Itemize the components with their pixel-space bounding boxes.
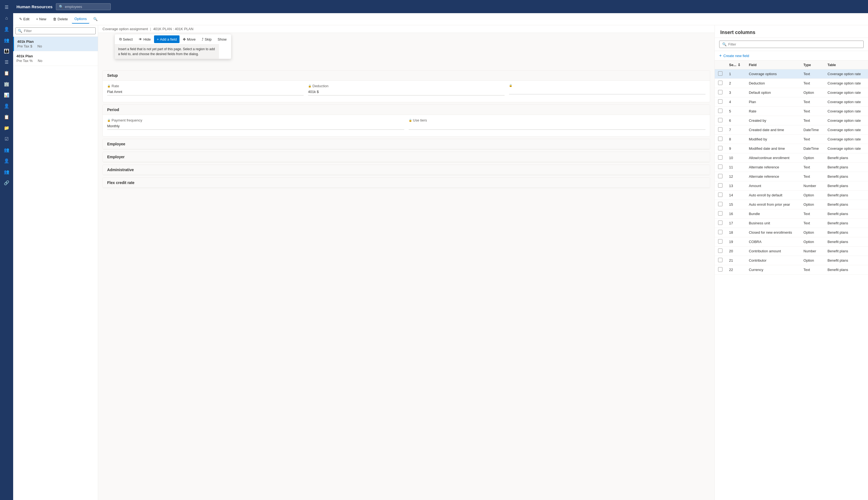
row-checkbox[interactable]	[718, 71, 723, 76]
table-row[interactable]: 15 Auto enroll from prior year Option Be…	[715, 200, 868, 209]
form-section-header-setup[interactable]: Setup	[103, 70, 710, 81]
nav-chart-icon[interactable]: 📊	[2, 90, 12, 100]
row-table: Coverage option rate	[824, 88, 868, 98]
table-row[interactable]: 10 Allow/continue enrollment Option Bene…	[715, 153, 868, 163]
nav-team-icon[interactable]: 👥	[2, 167, 12, 177]
nav-folder-icon[interactable]: 📁	[2, 123, 12, 133]
table-row[interactable]: 16 Bundle Text Benefit plans	[715, 209, 868, 219]
row-checkbox[interactable]	[718, 146, 723, 150]
col-header-seq[interactable]: Se... ⇩	[726, 61, 746, 69]
nav-notes-icon[interactable]: 📋	[2, 112, 12, 122]
row-field: Rate	[746, 107, 800, 116]
search-toolbar-button[interactable]: 🔍	[91, 15, 100, 24]
table-row[interactable]: 6 Created by Text Coverage option rate	[715, 116, 868, 125]
nav-clipboard-icon[interactable]: 📋	[2, 68, 12, 78]
nav-building-icon[interactable]: 🏢	[2, 79, 12, 89]
table-row[interactable]: 20 Contribution amount Number Benefit pl…	[715, 247, 868, 256]
row-seq: 10	[726, 153, 746, 163]
create-field-link[interactable]: + Create new field	[715, 51, 868, 61]
nav-home-icon[interactable]: ⌂	[2, 13, 12, 23]
form-section-header-employer[interactable]: Employer	[103, 152, 710, 162]
table-row[interactable]: 18 Closed for new enrollments Option Ben…	[715, 228, 868, 237]
nav-user2-icon[interactable]: 👤	[2, 101, 12, 111]
list-item-meta: Pre Tax $ No	[17, 44, 95, 48]
add-field-button[interactable]: + Add a field	[154, 35, 179, 43]
row-checkbox[interactable]	[718, 127, 723, 132]
top-header: Human Resources 🔍	[13, 0, 868, 13]
row-checkbox[interactable]	[718, 193, 723, 197]
row-checkbox[interactable]	[718, 99, 723, 104]
row-checkbox[interactable]	[718, 267, 723, 272]
hide-button[interactable]: 👁 Hide	[136, 35, 153, 43]
search-bar[interactable]: 🔍	[56, 3, 111, 10]
row-checkbox[interactable]	[718, 81, 723, 85]
table-row[interactable]: 8 Modified by Text Coverage option rate	[715, 135, 868, 144]
row-checkbox[interactable]	[718, 183, 723, 188]
table-row[interactable]: 4 Plan Text Coverage option rate	[715, 98, 868, 107]
row-checkbox[interactable]	[718, 118, 723, 122]
row-checkbox[interactable]	[718, 109, 723, 113]
nav-list-icon[interactable]: ☰	[2, 57, 12, 67]
table-row[interactable]: 13 Amount Number Benefit plans	[715, 181, 868, 191]
edit-icon: ✎	[19, 17, 22, 21]
row-checkbox[interactable]	[718, 220, 723, 225]
row-type: Option	[800, 237, 824, 247]
row-checkbox[interactable]	[718, 137, 723, 141]
table-row[interactable]: 12 Alternate reference Text Benefit plan…	[715, 172, 868, 181]
row-checkbox-cell	[715, 69, 726, 79]
options-button[interactable]: Options	[72, 15, 90, 24]
row-table: Benefit plans	[824, 172, 868, 181]
right-filter-input[interactable]	[728, 42, 860, 46]
table-row[interactable]: 3 Default option Option Coverage option …	[715, 88, 868, 98]
nav-group-icon[interactable]: 👥	[2, 145, 12, 155]
table-row[interactable]: 5 Rate Text Coverage option rate	[715, 107, 868, 116]
row-type: Text	[800, 79, 824, 88]
list-item[interactable]: 401k Plan Pre Tax % No	[13, 51, 98, 66]
row-checkbox[interactable]	[718, 258, 723, 262]
col-header-table: Table	[824, 61, 868, 69]
select-button[interactable]: ⧉ Select	[117, 35, 136, 43]
table-row[interactable]: 17 Business unit Text Benefit plans	[715, 219, 868, 228]
form-section-header-employee[interactable]: Employee	[103, 139, 710, 149]
list-filter-input[interactable]	[24, 29, 93, 33]
move-button[interactable]: ✥ Move	[180, 35, 198, 43]
skip-button[interactable]: ⤴ Skip	[199, 35, 214, 43]
row-checkbox[interactable]	[718, 239, 723, 243]
nav-check-icon[interactable]: ☑	[2, 134, 12, 144]
table-row[interactable]: 1 Coverage options Text Coverage option …	[715, 69, 868, 79]
nav-menu-icon[interactable]: ☰	[2, 2, 12, 12]
table-row[interactable]: 11 Alternate reference Text Benefit plan…	[715, 163, 868, 172]
table-row[interactable]: 14 Auto enroll by default Option Benefit…	[715, 191, 868, 200]
row-checkbox[interactable]	[718, 155, 723, 160]
delete-button[interactable]: 🗑 Delete	[50, 15, 71, 24]
list-item[interactable]: 401k Plan Pre Tax $ No	[13, 37, 98, 51]
nav-family-icon[interactable]: 👪	[2, 46, 12, 56]
table-row[interactable]: 22 Currency Text Benefit plans	[715, 265, 868, 274]
row-checkbox[interactable]	[718, 90, 723, 94]
nav-profile-icon[interactable]: 👤	[2, 156, 12, 166]
row-checkbox[interactable]	[718, 174, 723, 178]
row-table: Benefit plans	[824, 153, 868, 163]
row-seq: 13	[726, 181, 746, 191]
row-checkbox[interactable]	[718, 164, 723, 169]
row-checkbox[interactable]	[718, 211, 723, 216]
table-row[interactable]: 9 Modified date and time DateTime Covera…	[715, 144, 868, 153]
form-section-header-administrative[interactable]: Administrative	[103, 165, 710, 175]
row-checkbox[interactable]	[718, 202, 723, 206]
form-section-header-period[interactable]: Period	[103, 105, 710, 115]
table-row[interactable]: 7 Created date and time DateTime Coverag…	[715, 125, 868, 135]
table-row[interactable]: 2 Deduction Text Coverage option rate	[715, 79, 868, 88]
show-button[interactable]: Show	[215, 35, 230, 43]
row-checkbox[interactable]	[718, 249, 723, 253]
edit-button[interactable]: ✎ Edit	[16, 15, 32, 24]
table-row[interactable]: 19 COBRA Option Benefit plans	[715, 237, 868, 247]
nav-people-icon[interactable]: 👥	[2, 35, 12, 45]
search-input[interactable]	[65, 5, 108, 9]
nav-person-icon[interactable]: 👤	[2, 24, 12, 34]
row-checkbox[interactable]	[718, 230, 723, 234]
new-button[interactable]: + New	[33, 15, 49, 24]
col-header-field[interactable]: Field	[746, 61, 800, 69]
nav-link-icon[interactable]: 🔗	[2, 178, 12, 188]
table-row[interactable]: 21 Contributor Option Benefit plans	[715, 256, 868, 265]
form-section-header-flex-credit[interactable]: Flex credit rate	[103, 178, 710, 188]
